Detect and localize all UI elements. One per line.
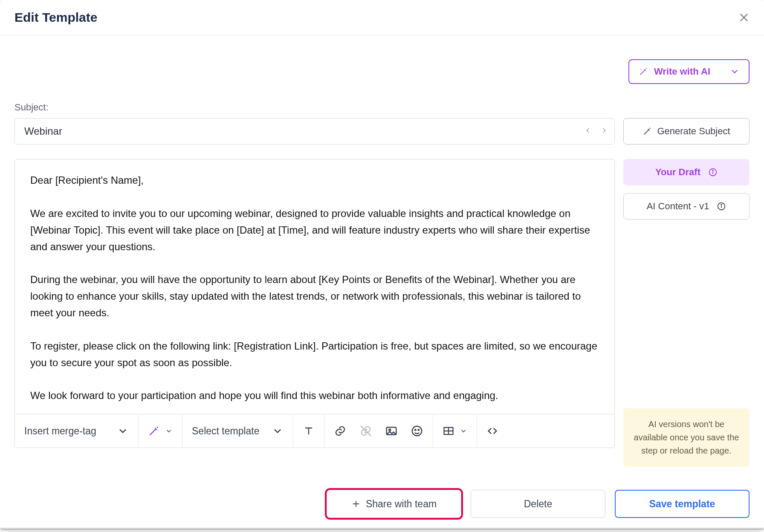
editor-toolbar: Insert merge-tag Select template: [14, 414, 615, 448]
magic-wand-icon: [148, 425, 160, 437]
chevron-right-icon[interactable]: [601, 127, 608, 136]
your-draft-label: Your Draft: [655, 167, 700, 178]
subject-label: Subject:: [14, 102, 750, 113]
delete-button[interactable]: Delete: [471, 490, 605, 518]
ai-content-version-label: AI Content - v1: [647, 201, 709, 212]
edit-template-modal: Edit Template Write with AI Subject:: [0, 0, 764, 530]
close-icon[interactable]: [738, 12, 750, 23]
link-icon[interactable]: [334, 425, 347, 437]
magic-wand-icon: [639, 67, 648, 76]
chevron-down-icon: [730, 67, 739, 76]
svg-point-6: [415, 429, 416, 431]
share-with-team-label: Share with team: [366, 498, 437, 510]
chevron-down-icon: [117, 425, 129, 437]
generate-subject-button[interactable]: Generate Subject: [623, 118, 750, 145]
info-icon: [717, 202, 726, 211]
subject-input-wrap: [14, 118, 615, 145]
plus-icon: [351, 499, 361, 509]
svg-point-4: [389, 429, 391, 431]
magic-wand-icon: [642, 127, 652, 136]
emoji-icon[interactable]: [411, 425, 423, 437]
chevron-down-icon: [272, 425, 284, 437]
subject-input[interactable]: [24, 125, 585, 137]
ai-content-version-pill[interactable]: AI Content - v1: [623, 193, 750, 220]
code-view-button[interactable]: [477, 414, 508, 448]
delete-label: Delete: [524, 498, 552, 510]
table-dropdown[interactable]: [433, 414, 477, 448]
write-with-ai-button[interactable]: Write with AI: [628, 59, 750, 84]
unlink-icon[interactable]: [359, 425, 372, 437]
write-with-ai-label: Write with AI: [654, 66, 710, 77]
subject-row: Generate Subject: [14, 118, 750, 145]
ai-button-row: Write with AI: [14, 35, 750, 84]
your-draft-pill[interactable]: Your Draft: [623, 159, 750, 185]
modal-body: Write with AI Subject: Generate Subject: [0, 35, 764, 530]
chevron-down-icon: [460, 427, 467, 435]
email-body-text: Dear [Recipient's Name], We are excited …: [30, 172, 599, 404]
share-with-team-button[interactable]: Share with team: [327, 490, 461, 518]
svg-point-5: [412, 426, 422, 436]
image-icon[interactable]: [385, 425, 398, 437]
chevron-down-icon: [165, 427, 173, 435]
generate-subject-label: Generate Subject: [657, 126, 730, 137]
save-template-button[interactable]: Save template: [615, 490, 750, 518]
footer-row: Share with team Delete Save template: [14, 490, 750, 518]
editor-row: Dear [Recipient's Name], We are excited …: [14, 159, 750, 448]
table-icon: [443, 425, 454, 437]
modal-title: Edit Template: [14, 10, 97, 25]
modal-header: Edit Template: [0, 0, 764, 35]
text-icon: [303, 425, 315, 437]
chevron-left-icon[interactable]: [585, 127, 591, 136]
save-template-label: Save template: [649, 498, 715, 510]
select-template-dropdown[interactable]: Select template: [182, 414, 293, 448]
svg-point-13: [712, 170, 713, 171]
editor-column: Dear [Recipient's Name], We are excited …: [14, 159, 615, 448]
email-body-editor[interactable]: Dear [Recipient's Name], We are excited …: [14, 159, 615, 414]
text-format-button[interactable]: [293, 414, 324, 448]
select-template-label: Select template: [192, 425, 260, 437]
subject-nav-arrows: [585, 127, 608, 136]
insert-merge-tag-dropdown[interactable]: Insert merge-tag: [15, 414, 139, 448]
svg-point-16: [721, 204, 722, 205]
ai-warning-box: AI versions won't be available once you …: [623, 408, 750, 467]
side-column: Your Draft AI Content - v1: [623, 159, 750, 220]
ai-magic-dropdown[interactable]: [139, 414, 182, 448]
modal-shadow: [0, 527, 764, 530]
code-icon: [486, 425, 498, 437]
insert-merge-tag-label: Insert merge-tag: [24, 425, 96, 437]
info-icon: [708, 168, 718, 177]
svg-point-7: [418, 429, 420, 431]
link-tools-group: [324, 414, 433, 448]
